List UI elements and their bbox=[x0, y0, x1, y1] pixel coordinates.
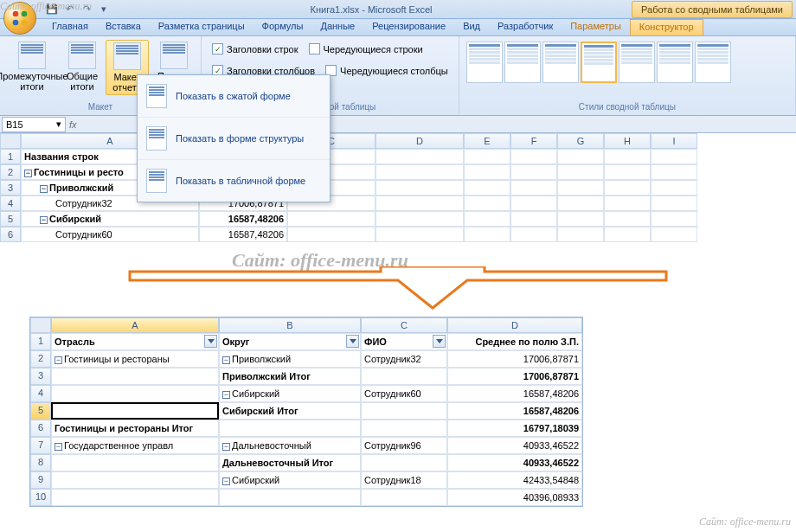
row-header[interactable]: 7 bbox=[30, 437, 51, 454]
cell[interactable]: Сибирский Итог bbox=[219, 402, 361, 420]
cell[interactable]: Приволжский Итог bbox=[219, 368, 361, 385]
collapse-toggle[interactable]: − bbox=[222, 391, 230, 399]
cell[interactable] bbox=[557, 211, 604, 227]
cell[interactable] bbox=[604, 211, 651, 227]
col-header[interactable]: D bbox=[376, 133, 464, 149]
collapse-toggle[interactable]: − bbox=[222, 478, 230, 485]
cell[interactable] bbox=[361, 489, 447, 506]
cell[interactable] bbox=[376, 164, 464, 180]
col-header[interactable]: C bbox=[361, 317, 447, 333]
cell[interactable] bbox=[361, 402, 447, 420]
cell[interactable] bbox=[376, 149, 464, 164]
cell[interactable] bbox=[361, 454, 447, 471]
row-header[interactable]: 2 bbox=[0, 164, 21, 180]
cell[interactable]: 16587,48206 bbox=[199, 227, 287, 242]
cell[interactable]: Сотрудник18 bbox=[361, 471, 447, 489]
cell[interactable]: 16587,48206 bbox=[447, 385, 582, 402]
cell[interactable]: 40933,46522 bbox=[447, 454, 582, 471]
row-header[interactable]: 6 bbox=[0, 227, 21, 242]
cell[interactable] bbox=[510, 180, 557, 195]
filter-button[interactable] bbox=[204, 335, 217, 348]
row-header[interactable]: 1 bbox=[30, 333, 51, 350]
cell[interactable] bbox=[510, 195, 557, 211]
row-header[interactable]: 3 bbox=[30, 368, 51, 385]
tab-options[interactable]: Параметры bbox=[562, 19, 630, 35]
row-header[interactable]: 6 bbox=[30, 420, 51, 437]
cell[interactable]: −Гостиницы и рестораны bbox=[51, 350, 219, 368]
cell[interactable] bbox=[219, 420, 361, 437]
tab-view[interactable]: Вид bbox=[454, 19, 489, 35]
pivot-header-b[interactable]: Округ bbox=[219, 333, 361, 350]
cell[interactable]: −Дальневосточный bbox=[219, 437, 361, 454]
style-thumb[interactable] bbox=[542, 42, 579, 83]
show-tabular-item[interactable]: Показать в табличной форме bbox=[138, 160, 330, 202]
tab-developer[interactable]: Разработчик bbox=[489, 19, 562, 35]
cell[interactable] bbox=[51, 385, 219, 402]
style-thumb[interactable] bbox=[504, 42, 541, 83]
cell[interactable] bbox=[464, 211, 510, 227]
filter-button[interactable] bbox=[346, 335, 359, 348]
cell[interactable] bbox=[51, 471, 219, 489]
show-compact-item[interactable]: Показать в сжатой форме bbox=[138, 75, 330, 118]
cell[interactable]: −Приволжский bbox=[219, 350, 361, 368]
tab-formulas[interactable]: Формулы bbox=[254, 19, 312, 35]
cell[interactable]: 40396,08933 bbox=[447, 489, 582, 506]
row-header[interactable]: 1 bbox=[0, 149, 21, 164]
cell[interactable] bbox=[51, 402, 219, 420]
cell[interactable] bbox=[51, 368, 219, 385]
collapse-toggle[interactable]: − bbox=[222, 443, 230, 451]
cell[interactable] bbox=[51, 454, 219, 471]
col-header[interactable]: F bbox=[510, 133, 557, 149]
tab-data[interactable]: Данные bbox=[311, 19, 363, 35]
col-header[interactable]: G bbox=[557, 133, 604, 149]
cell[interactable]: 16587,48206 bbox=[447, 402, 582, 420]
cell[interactable]: Сотрудник60 bbox=[21, 227, 199, 242]
styles-gallery[interactable] bbox=[465, 40, 790, 100]
cell[interactable] bbox=[557, 195, 604, 211]
cell[interactable] bbox=[651, 164, 697, 180]
fx-icon[interactable]: fx bbox=[69, 119, 77, 130]
cell[interactable] bbox=[604, 164, 651, 180]
row-headers-checkbox[interactable]: ✓ bbox=[212, 43, 223, 54]
tab-review[interactable]: Рецензирование bbox=[363, 19, 454, 35]
col-header[interactable]: A bbox=[51, 317, 219, 333]
cell[interactable] bbox=[219, 489, 361, 506]
pivot-header-c[interactable]: ФИО bbox=[361, 333, 447, 350]
select-all-corner[interactable] bbox=[30, 317, 51, 333]
cell[interactable] bbox=[651, 227, 697, 242]
cell[interactable] bbox=[557, 180, 604, 195]
tab-insert[interactable]: Вставка bbox=[97, 19, 150, 35]
col-header[interactable]: H bbox=[604, 133, 651, 149]
cell[interactable]: Сотрудник32 bbox=[361, 350, 447, 368]
cell[interactable] bbox=[376, 211, 464, 227]
pivot-header-d[interactable]: Среднее по полю З.П. bbox=[447, 333, 582, 350]
chevron-down-icon[interactable]: ▾ bbox=[56, 119, 61, 130]
cell[interactable]: −Сибирский bbox=[219, 471, 361, 489]
show-outline-item[interactable]: Показать в форме структуры bbox=[138, 118, 330, 160]
collapse-toggle[interactable]: − bbox=[40, 185, 48, 193]
qat-more-icon[interactable]: ▾ bbox=[97, 3, 111, 16]
subtotals-button[interactable]: Промежуточные итоги bbox=[5, 40, 59, 93]
cell[interactable]: 16587,48206 bbox=[199, 211, 287, 227]
col-header[interactable]: D bbox=[447, 317, 582, 333]
cell[interactable] bbox=[604, 227, 651, 242]
name-box[interactable]: B15 ▾ bbox=[2, 117, 66, 132]
cell[interactable] bbox=[604, 195, 651, 211]
cell[interactable]: −Сибирский bbox=[219, 385, 361, 402]
cell[interactable] bbox=[464, 149, 510, 164]
cell[interactable] bbox=[557, 227, 604, 242]
tab-design[interactable]: Конструктор bbox=[630, 19, 703, 35]
tab-page-layout[interactable]: Разметка страницы bbox=[150, 19, 254, 35]
style-thumb[interactable] bbox=[466, 42, 503, 83]
row-header[interactable]: 10 bbox=[30, 489, 51, 506]
cell[interactable] bbox=[510, 211, 557, 227]
collapse-toggle[interactable]: − bbox=[24, 170, 32, 177]
cell[interactable] bbox=[376, 195, 464, 211]
collapse-toggle[interactable]: − bbox=[222, 356, 230, 364]
row-header[interactable]: 8 bbox=[30, 454, 51, 471]
cell[interactable] bbox=[557, 149, 604, 164]
cell[interactable]: Дальневосточный Итог bbox=[219, 454, 361, 471]
cell[interactable] bbox=[651, 180, 697, 195]
cell[interactable] bbox=[604, 149, 651, 164]
cell[interactable] bbox=[651, 195, 697, 211]
